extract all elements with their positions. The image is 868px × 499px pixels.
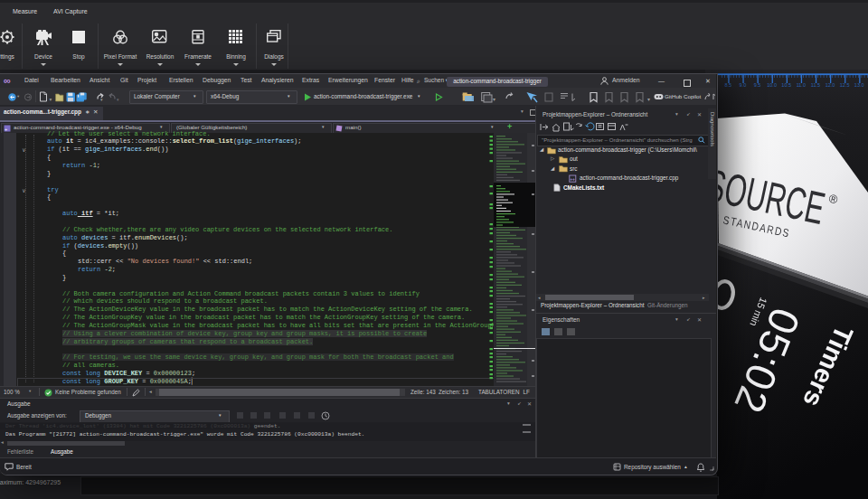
svg-text:11.0: 11.0	[797, 82, 806, 88]
svg-text:12.0: 12.0	[826, 82, 835, 88]
svg-text:9.0: 9.0	[740, 82, 747, 88]
svg-text:▾: ▾	[50, 97, 52, 102]
svg-text:13.0: 13.0	[854, 82, 864, 88]
svg-text:▾: ▾	[100, 97, 103, 102]
svg-text:9.5: 9.5	[754, 82, 761, 88]
svg-text:11.5: 11.5	[811, 82, 820, 88]
svg-text:12.5: 12.5	[840, 82, 850, 88]
svg-text:++: ++	[570, 175, 575, 181]
svg-text:▾: ▾	[117, 97, 119, 102]
svg-text:10.5: 10.5	[781, 82, 791, 88]
svg-text:▾: ▾	[647, 97, 650, 102]
svg-text:+: +	[5, 126, 7, 131]
svg-text:10.0: 10.0	[767, 82, 777, 88]
svg-text:8.5: 8.5	[724, 82, 731, 88]
svg-text:▾: ▾	[493, 97, 495, 102]
